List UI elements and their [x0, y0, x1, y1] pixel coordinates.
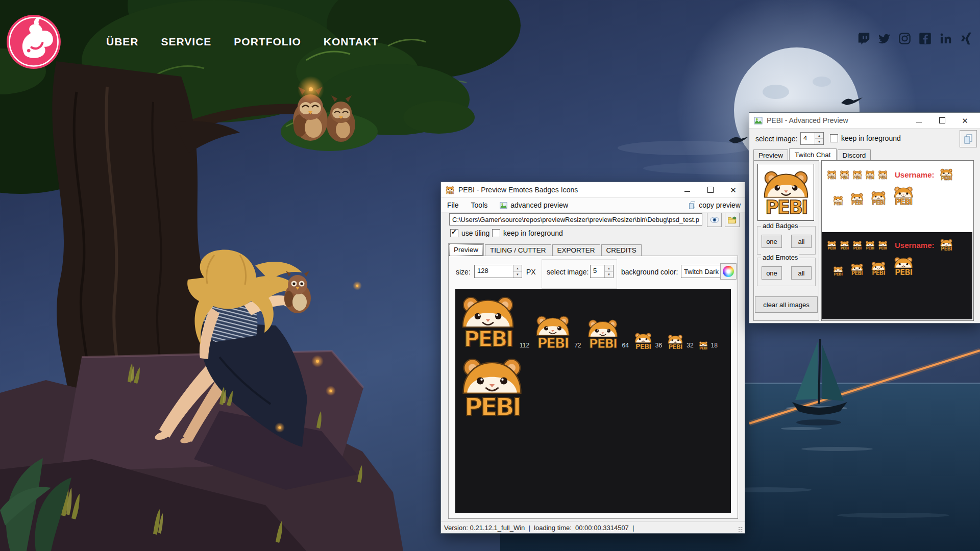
maximize-button[interactable]: [930, 113, 953, 128]
preview-size-label: 72: [574, 342, 581, 349]
select-image-spinner[interactable]: 5 ▲▼: [590, 265, 614, 278]
advanced-window-title: PEBI - Advanced Preview: [767, 116, 848, 124]
pebi-logo: [940, 168, 953, 181]
px-label: PX: [526, 268, 536, 276]
pebi-logo: [852, 240, 862, 250]
adv-copy-button[interactable]: [960, 130, 977, 147]
twitch-icon[interactable]: [857, 32, 871, 45]
chat-username: Username:: [895, 241, 935, 249]
nav-item-portfolio[interactable]: PORTFOLIO: [234, 36, 301, 48]
main-window-title: PEBI - Preview Emotes Badges Icons: [458, 186, 578, 194]
advanced-titlebar[interactable]: PEBI - Advanced Preview ✕: [749, 113, 980, 129]
pebi-logo: [459, 354, 525, 419]
add-badge-all-button[interactable]: all: [791, 235, 812, 248]
file-path-input[interactable]: [449, 213, 702, 226]
tab-exporter[interactable]: EXPORTER: [552, 244, 600, 256]
close-button[interactable]: ✕: [953, 113, 976, 128]
selected-image-preview: [757, 164, 814, 221]
adv-image-down-button[interactable]: ▼: [815, 139, 823, 144]
preview-eye-button[interactable]: [707, 213, 722, 227]
pebi-logo: [865, 170, 875, 180]
nav-item-über[interactable]: ÜBER: [106, 36, 139, 48]
bg-color-combobox[interactable]: Twitch Dark▾: [681, 265, 726, 278]
social-bar: [857, 32, 973, 45]
linkedin-icon[interactable]: [939, 32, 952, 45]
image-icon: [754, 116, 763, 125]
menu-file[interactable]: File: [441, 198, 465, 212]
pebi-logo: [940, 238, 953, 252]
chat-light-badges-row: Username:: [827, 168, 953, 181]
size-up-button[interactable]: ▲: [513, 265, 522, 272]
color-picker-button[interactable]: [720, 263, 737, 280]
instagram-icon[interactable]: [898, 32, 912, 45]
main-titlebar[interactable]: PEBI - Preview Emotes Badges Icons ✕: [441, 182, 745, 198]
bg-color-label: background color:: [621, 268, 678, 276]
tab-credits[interactable]: CREDITS: [601, 244, 642, 256]
chat-dark-badges-row: Username:: [827, 238, 953, 252]
nav-item-service[interactable]: SERVICE: [161, 36, 212, 48]
preview-tab-panel: size: 128 ▲▼ PX select image: 5 ▲▼ backg…: [448, 256, 738, 519]
add-emote-one-button[interactable]: one: [762, 266, 782, 280]
chat-dark-area: Username:: [822, 232, 972, 319]
pebi-logo: [840, 240, 849, 250]
image-up-button[interactable]: ▲: [605, 265, 613, 272]
chat-light-emotes-row: [833, 185, 914, 206]
tab-preview[interactable]: Preview: [753, 149, 788, 161]
tab-tiling-cutter[interactable]: TILING / CUTTER: [485, 244, 551, 256]
add-emote-all-button[interactable]: all: [791, 266, 812, 280]
tab-preview[interactable]: Preview: [448, 243, 484, 257]
size-spinner[interactable]: 128 ▲▼: [474, 265, 522, 278]
pebi-logo: [827, 240, 837, 250]
pebi-logo: [840, 170, 849, 180]
menu-tools[interactable]: Tools: [465, 198, 494, 212]
open-file-button[interactable]: [725, 213, 740, 227]
twitter-icon[interactable]: [877, 32, 891, 45]
adv-select-image-spinner[interactable]: 4 ▲▼: [800, 132, 824, 145]
pebi-logo: [634, 332, 652, 350]
pebi-logo: [871, 261, 886, 276]
preview-size-label: 112: [520, 342, 529, 349]
menu-advanced-preview[interactable]: advanced preview: [494, 198, 574, 212]
close-button[interactable]: ✕: [722, 182, 745, 197]
pebi-logo: [833, 266, 843, 276]
main-window: PEBI - Preview Emotes Badges Icons ✕ Fil…: [440, 182, 745, 534]
pebi-logo: [667, 334, 683, 350]
pebi-logo: [850, 192, 864, 206]
resize-grip[interactable]: [738, 527, 743, 532]
adv-image-up-button[interactable]: ▲: [815, 133, 823, 139]
adv-select-image-label: select image:: [755, 135, 797, 143]
maximize-button[interactable]: [699, 182, 722, 197]
preview-size-label: 36: [655, 342, 662, 349]
preview-row-1: 1127264363218: [455, 289, 731, 350]
minimize-button[interactable]: [676, 182, 699, 197]
minimize-button[interactable]: [908, 113, 930, 128]
checkbox-box: [830, 134, 838, 142]
size-down-button[interactable]: ▼: [513, 272, 522, 278]
use-tiling-checkbox[interactable]: use tiling: [450, 229, 489, 237]
color-wheel-icon: [723, 266, 734, 277]
add-badge-one-button[interactable]: one: [762, 235, 782, 248]
facebook-icon[interactable]: [918, 32, 932, 45]
adv-keep-foreground-checkbox[interactable]: keep in foreground: [830, 134, 901, 142]
pebi-logo: [459, 293, 517, 350]
advanced-tabs: PreviewTwitch ChatDiscord: [753, 148, 872, 161]
clear-all-images-button[interactable]: clear all images: [755, 296, 818, 313]
pebi-logo: [878, 240, 888, 250]
main-tabs: PreviewTILING / CUTTEREXPORTERCREDITS: [448, 243, 643, 256]
chat-username: Username:: [895, 170, 935, 179]
keep-foreground-checkbox[interactable]: keep in foreground: [492, 229, 563, 237]
pebi-logo: [893, 185, 914, 206]
rabbit-logo[interactable]: [6, 14, 61, 69]
nav-item-kontakt[interactable]: KONTAKT: [324, 36, 379, 48]
chat-preview-panel: Username: Username:: [821, 160, 974, 321]
chat-dark-emotes-row: [833, 256, 914, 276]
image-down-button[interactable]: ▼: [605, 272, 613, 278]
pebi-logo: [586, 317, 619, 350]
pebi-logo: [871, 190, 886, 206]
xing-icon[interactable]: [959, 32, 973, 45]
status-text: Version: 0.21.12.1_full_Win | loading ti…: [444, 524, 634, 532]
copy-icon: [963, 134, 973, 144]
tab-discord[interactable]: Discord: [838, 149, 871, 161]
advanced-window: PEBI - Advanced Preview ✕ select image: …: [749, 112, 980, 323]
copy-preview-button[interactable]: copy preview: [688, 201, 741, 209]
